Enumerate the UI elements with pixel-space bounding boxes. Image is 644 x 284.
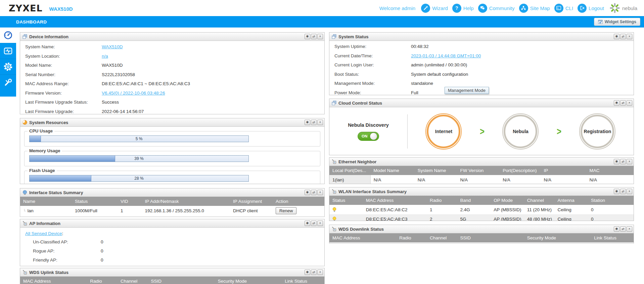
neighbor-port: 1(lan) [329, 175, 370, 184]
nav-help[interactable]: ? Help [452, 4, 474, 13]
panel-refresh-icon[interactable]: ⇄ [311, 221, 317, 226]
panel-refresh-icon[interactable]: ⇄ [620, 226, 626, 232]
wlan-channel: 11 (20 MHz) [524, 205, 555, 214]
panel-refresh-icon[interactable]: ⇄ [620, 189, 626, 194]
gauge-label: Memory Usage [28, 148, 62, 153]
col-header: IP [541, 166, 587, 175]
field-label: System Name: [25, 44, 102, 49]
panel-close-icon[interactable]: × [627, 100, 632, 106]
panel-tools: ✱ ⇄ × [305, 270, 323, 275]
wlan-band: 2.4G [457, 205, 491, 214]
panel-refresh-icon[interactable]: ⇄ [620, 159, 626, 164]
col-header: MAC Address [329, 233, 396, 242]
panel-close-icon[interactable]: × [317, 34, 323, 39]
panel-refresh-icon[interactable]: ⇄ [311, 190, 317, 195]
col-header: Channel [118, 277, 148, 284]
panel-settings-icon[interactable]: ✱ [614, 159, 619, 164]
sidebar-item-maintenance[interactable] [0, 74, 16, 90]
widget-settings-button[interactable]: Widget Settings [594, 18, 640, 26]
panel-close-icon[interactable]: × [627, 159, 632, 164]
panel-refresh-icon[interactable]: ⇄ [311, 120, 317, 125]
toggle-on-label: ON [362, 134, 367, 138]
panel-close-icon[interactable]: × [627, 34, 632, 39]
bulb-on-icon [332, 217, 360, 221]
nav-sitemap[interactable]: Site Map [519, 4, 550, 13]
panel-settings-icon[interactable]: ✱ [305, 120, 310, 125]
nav-logout[interactable]: Logout [578, 4, 604, 13]
col-header: Channel [427, 233, 457, 242]
wlan-radio: 2 [427, 214, 457, 221]
panel-refresh-icon[interactable]: ⇄ [311, 270, 317, 275]
panel-settings-icon[interactable]: ✱ [614, 100, 619, 106]
dashboard-icon [3, 31, 13, 40]
panel-settings-icon[interactable]: ✱ [614, 226, 619, 232]
nebula-label: nebula [622, 5, 637, 11]
system-name-link[interactable]: WAX510D [102, 44, 123, 49]
sitemap-icon [519, 4, 528, 13]
wlan-station: 0 [588, 205, 634, 214]
col-header: Status [329, 196, 363, 205]
panel-close-icon[interactable]: × [317, 190, 323, 195]
date-time-link[interactable]: 2023-01-03 / 14:44:08 GMT+01:00 [411, 53, 481, 58]
panel-settings-icon[interactable]: ✱ [305, 221, 310, 226]
nebula-discovery-toggle[interactable]: ON [358, 132, 379, 141]
wlan-station: 0 [588, 214, 634, 221]
panel-tools: ✱ ⇄ × [305, 34, 323, 39]
panel-cloud-control-status: Cloud Control Status ✱ ⇄ × Nebula Discov… [329, 99, 634, 155]
panel-settings-icon[interactable]: ✱ [305, 190, 310, 195]
col-header: Radio [427, 196, 457, 205]
panel-header: Ethernet Neighbor ✱ ⇄ × [329, 158, 634, 166]
logout-icon [578, 4, 587, 13]
interface-name: lan [28, 208, 34, 213]
col-header: Station [588, 196, 634, 205]
panel-close-icon[interactable]: × [627, 189, 632, 194]
panel-settings-icon[interactable]: ✱ [305, 34, 310, 39]
nav-label: Help [463, 5, 474, 11]
sidebar-item-configuration[interactable] [0, 59, 16, 74]
step-label: Nebula [513, 129, 528, 134]
col-header: Link Status [282, 277, 324, 284]
monitor-icon [3, 46, 13, 56]
field-label: Last Firmware Upgrade: [25, 109, 102, 114]
neighbor-model: N/A [370, 175, 414, 184]
neighbor-system: N/A [415, 175, 457, 184]
firmware-version-link[interactable]: V6.45(0) / 2022-10-06 03:48:26 [102, 91, 165, 96]
interface-status-table: Name Status VID IP Addr/Netmask IP Assig… [20, 197, 324, 215]
window-icon [332, 101, 336, 105]
col-header: Status [72, 197, 118, 206]
wds-uplink-table: MAC Address Radio Channel SSID Security … [20, 277, 324, 284]
panel-close-icon[interactable]: × [317, 270, 323, 275]
panel-device-information: Device Information ✱ ⇄ × System Name:WAX… [20, 32, 325, 114]
col-header: Security Mode [215, 277, 282, 284]
memory-usage-value: 39 % [30, 156, 248, 161]
panel-refresh-icon[interactable]: ⇄ [620, 34, 626, 39]
dashboard-page: ZYXEL WAX510D Welcome admin Wizard ? Hel… [0, 0, 644, 284]
panel-title: WDS Downlink Status [338, 227, 384, 232]
neighbor-ip: N/A [541, 175, 587, 184]
system-location-link[interactable]: n/a [102, 54, 108, 59]
nav-cli[interactable]: CLI [554, 4, 573, 13]
globe-icon [22, 190, 27, 195]
panel-refresh-icon[interactable]: ⇄ [620, 100, 626, 106]
widget-settings-label: Widget Settings [605, 19, 636, 24]
nebula-brand[interactable]: nebula [610, 3, 637, 13]
sidebar-item-monitor[interactable] [0, 43, 16, 59]
cloud-control-body: Nebula Discovery ON Internet > Ne [329, 107, 634, 155]
panel-refresh-icon[interactable]: ⇄ [311, 34, 317, 39]
panel-close-icon[interactable]: × [627, 226, 632, 232]
renew-button[interactable]: Renew [276, 207, 296, 214]
panel-settings-icon[interactable]: ✱ [614, 34, 619, 39]
nebula-discovery-label: Nebula Discovery [348, 122, 389, 128]
field-value: standalone [411, 81, 433, 86]
panel-settings-icon[interactable]: ✱ [614, 189, 619, 194]
panel-header: WDS Downlink Status ✱ ⇄ × [329, 225, 634, 233]
panel-header: WDS Uplink Status ✱ ⇄ × [20, 268, 324, 277]
all-sensed-device-link[interactable]: All Sensed Device [25, 231, 62, 236]
panel-close-icon[interactable]: × [317, 221, 323, 226]
step-label: Registration [584, 129, 611, 134]
nav-community[interactable]: Community [478, 4, 515, 13]
panel-close-icon[interactable]: × [317, 120, 323, 125]
nav-wizard[interactable]: Wizard [421, 4, 448, 13]
panel-settings-icon[interactable]: ✱ [305, 270, 310, 275]
sidebar-item-dashboard[interactable] [0, 27, 16, 43]
